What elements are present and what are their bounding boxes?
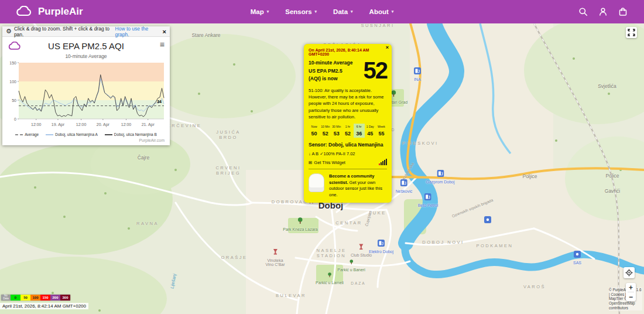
purpleair-logo[interactable]: PurpleAir xyxy=(15,0,83,23)
menu-item-about[interactable]: About▾ xyxy=(369,8,394,15)
svg-text:21. Apr: 21. Apr xyxy=(142,122,155,127)
now-line-2: US EPA PM2.5 xyxy=(309,67,352,76)
avg-value: 45 xyxy=(365,129,376,138)
sensor-name: Sensor: Doboj, ulica Nemanjina xyxy=(309,142,387,148)
legend-item[interactable]: Doboj, ulica Nemanjina A xyxy=(46,132,98,136)
menu-item-sensors[interactable]: Sensors▾ xyxy=(285,8,317,15)
avg-value: 50 xyxy=(309,129,320,138)
search-icon[interactable] xyxy=(578,7,588,16)
svg-text:20. Apr: 20. Apr xyxy=(97,122,110,127)
cloud-logo-icon xyxy=(15,6,33,18)
menu-item-data[interactable]: Data▾ xyxy=(333,8,352,15)
chart-watermark: PurpleAir.com xyxy=(2,136,170,145)
scale-no-data: No Data xyxy=(1,295,11,301)
scale-segment: 300 xyxy=(60,295,70,301)
help-text: Click & drag to zoom. Shift + click & dr… xyxy=(14,26,113,37)
chart-header: US EPA PM2.5 AQI 10-minute Average ≡ xyxy=(2,37,170,59)
widget-copy-icon: ⊞ xyxy=(309,160,312,165)
aqi-chart[interactable]: 05010015012:0019. Apr12:0020. Apr12:0021… xyxy=(4,60,169,132)
avg-column-header: Now xyxy=(309,124,320,129)
avg-column-header: 30 Min xyxy=(331,124,342,129)
sensor-meta-text: A B ✓100% PA-II 7.02 xyxy=(311,151,355,156)
chart-menu-icon[interactable]: ≡ xyxy=(160,40,165,49)
locate-button[interactable] xyxy=(624,267,635,278)
get-widget-text: Get This Widget xyxy=(314,160,345,165)
main-menu: Map▾Sensors▾Data▾About▾ xyxy=(251,0,394,23)
signal-bars-icon xyxy=(379,159,387,165)
fullscreen-button[interactable] xyxy=(626,27,637,38)
gear-icon[interactable]: ⚙ xyxy=(6,28,12,35)
menu-label: Sensors xyxy=(285,8,311,15)
brand-text: PurpleAir xyxy=(38,6,83,18)
scale-segment: 0 xyxy=(11,295,20,301)
map-canvas[interactable]: SUSNJARIStare AnkareBEŠLAGIĆASvjetlićaKR… xyxy=(0,23,644,314)
svg-text:0: 0 xyxy=(14,117,16,121)
legend-swatch xyxy=(46,134,53,135)
svg-text:12:00: 12:00 xyxy=(76,122,87,127)
cart-icon[interactable] xyxy=(618,7,628,16)
menu-label: Data xyxy=(333,8,348,15)
community-scientist-promo[interactable]: Become a community scientist. Get your o… xyxy=(309,169,387,198)
chart-title: US EPA PM2.5 AQI xyxy=(2,41,170,51)
map-timestamp: April 21st, 2026, 8:42:14 AM GMT+0200 xyxy=(0,303,88,309)
purpleair-cloud-icon[interactable] xyxy=(8,42,22,53)
legend-item[interactable]: Doboj, ulica Nemanjina B xyxy=(105,132,157,136)
aqi-big-value: 52 xyxy=(364,59,388,81)
widget-close-icon[interactable]: × xyxy=(386,45,389,50)
how-to-use-link[interactable]: How to use the graph. xyxy=(115,26,160,37)
fullscreen-icon xyxy=(628,29,635,36)
scale-segment: 200 xyxy=(50,295,60,301)
chevron-down-icon: ▾ xyxy=(267,9,269,14)
menu-label: About xyxy=(369,8,389,15)
legend-swatch xyxy=(105,134,112,135)
get-widget-link[interactable]: ⊞ Get This Widget xyxy=(309,159,387,165)
account-icon[interactable] xyxy=(598,7,608,16)
close-help-icon[interactable]: × xyxy=(163,28,166,35)
aqi-color-scale: No Data050100150200300 xyxy=(1,295,70,301)
avg-column-header: Week xyxy=(376,124,387,129)
menu-item-map[interactable]: Map▾ xyxy=(251,8,269,15)
widget-now-block: 10-minute Average US EPA PM2.5 (AQI) is … xyxy=(309,59,387,83)
avg-column-header: 6 hr xyxy=(354,124,365,129)
scale-segment: 150 xyxy=(40,295,50,301)
avg-value: 55 xyxy=(376,129,387,138)
now-line-1: 10-minute Average xyxy=(309,59,352,67)
widget-now-lines: 10-minute Average US EPA PM2.5 (AQI) is … xyxy=(309,59,352,83)
zoom-out-button[interactable]: − xyxy=(626,292,636,301)
locate-icon xyxy=(625,269,633,277)
now-line-3: (AQI) is now xyxy=(309,75,352,83)
nav-icons xyxy=(578,0,628,23)
chevron-down-icon: ▾ xyxy=(315,9,317,14)
avg-column-header: 10 Min xyxy=(320,124,331,129)
legend-swatch xyxy=(15,134,23,135)
menu-label: Map xyxy=(251,8,264,15)
download-arrow-icon[interactable]: ↓ xyxy=(309,151,311,156)
sensor-photo xyxy=(309,173,324,192)
legend-label: Doboj, ulica Nemanjina A xyxy=(55,132,98,136)
avg-value: 52 xyxy=(342,129,353,138)
chevron-down-icon: ▾ xyxy=(392,9,394,14)
aqi-widget: × On April 21st, 2026, 8:40:14 AM GMT+02… xyxy=(304,44,392,203)
zoom-control: + − xyxy=(626,283,636,301)
legend-label: Doboj, ulica Nemanjina B xyxy=(114,132,157,136)
avg-column-header: 1 hr xyxy=(342,124,353,129)
svg-text:100: 100 xyxy=(9,80,16,84)
zoom-in-button[interactable]: + xyxy=(626,283,636,292)
graph-panel: ⚙ Click & drag to zoom. Shift + click & … xyxy=(2,26,170,145)
svg-text:50: 50 xyxy=(12,98,16,103)
svg-text:150: 150 xyxy=(9,61,16,65)
svg-text:12:00: 12:00 xyxy=(31,122,42,127)
legend-label: Average xyxy=(25,132,39,136)
top-navbar: PurpleAir Map▾Sensors▾Data▾About▾ xyxy=(0,0,644,23)
chevron-down-icon: ▾ xyxy=(351,9,353,14)
aqi-averages-table: Now10 Min30 Min1 hr6 hr1 DayWeek50525352… xyxy=(309,124,387,138)
avg-value: 52 xyxy=(320,129,331,138)
avg-value: 53 xyxy=(331,129,342,138)
svg-text:34: 34 xyxy=(157,100,162,104)
svg-text:19. Apr: 19. Apr xyxy=(52,122,65,127)
chart-subtitle: 10-minute Average xyxy=(2,53,170,59)
legend-item[interactable]: Average xyxy=(15,132,39,136)
widget-date: On April 21st, 2026, 8:40:14 AM GMT+0200 xyxy=(309,48,387,56)
avg-value: 36 xyxy=(354,129,365,138)
scale-segment: 100 xyxy=(30,295,40,301)
